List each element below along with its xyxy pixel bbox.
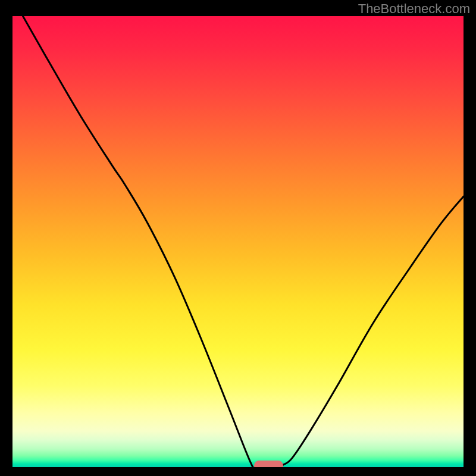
bottleneck-curve <box>12 16 464 467</box>
curve-path <box>23 16 464 467</box>
watermark-text: TheBottleneck.com <box>358 1 470 17</box>
optimal-marker <box>254 461 283 467</box>
chart-frame: TheBottleneck.com <box>0 0 476 476</box>
plot-area <box>12 16 464 467</box>
